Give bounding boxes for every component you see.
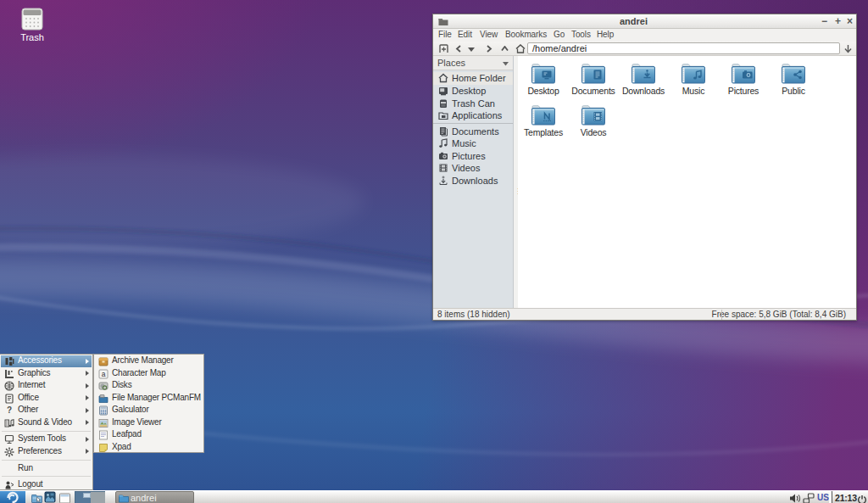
svg-text:a: a (102, 370, 106, 378)
